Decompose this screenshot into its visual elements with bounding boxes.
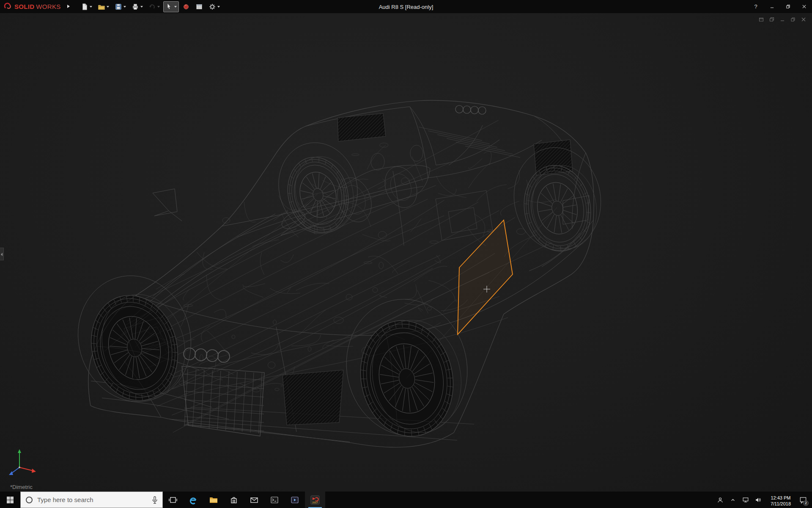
appearances-icon bbox=[182, 3, 190, 11]
doc-new-window-button[interactable] bbox=[758, 16, 765, 24]
select-icon bbox=[165, 3, 173, 11]
open-icon bbox=[98, 3, 105, 11]
3d-scene-canvas[interactable] bbox=[0, 14, 812, 491]
view-orientation-label: *Dimetric bbox=[10, 484, 33, 490]
media-player-icon bbox=[290, 495, 300, 505]
toolbar-open-button[interactable] bbox=[96, 1, 111, 12]
quick-access-toolbar bbox=[79, 1, 222, 12]
microphone-icon[interactable] bbox=[151, 496, 158, 504]
tray-icons bbox=[714, 491, 765, 508]
title-bar: SOLIDWORKS Audi R8 S [Read-only] ? bbox=[0, 0, 812, 14]
toolbar-appearances-button[interactable] bbox=[180, 1, 192, 12]
task-pane-collapse-tab[interactable] bbox=[0, 248, 4, 260]
maximize-button[interactable] bbox=[780, 0, 796, 14]
close-icon bbox=[802, 4, 807, 9]
toolbar-print-button[interactable] bbox=[129, 1, 145, 12]
clock-date: 7/11/2018 bbox=[765, 501, 797, 507]
document-title: Audi R8 S [Read-only] bbox=[379, 0, 433, 14]
task-view-icon bbox=[168, 495, 178, 505]
clock-time: 12:43 PM bbox=[765, 495, 797, 501]
doc-cascade-button[interactable] bbox=[768, 16, 775, 24]
new-document-icon bbox=[81, 3, 88, 11]
minimize-icon bbox=[770, 4, 774, 9]
help-button[interactable]: ? bbox=[748, 0, 764, 14]
taskbar-task-view-button[interactable] bbox=[163, 491, 183, 508]
cascade-icon bbox=[769, 17, 774, 22]
new-window-icon bbox=[759, 17, 764, 22]
dropdown-caret-icon[interactable] bbox=[107, 6, 109, 8]
taskbar: Type here to search 2017 12:43 PM 7/11/2… bbox=[0, 491, 812, 508]
taskbar-file-explorer-button[interactable] bbox=[203, 491, 224, 508]
save-icon bbox=[115, 3, 122, 11]
restore-icon bbox=[786, 4, 790, 9]
people-icon bbox=[716, 496, 724, 504]
console-icon bbox=[269, 495, 280, 505]
dropdown-caret-icon[interactable] bbox=[90, 6, 92, 8]
document-window-controls bbox=[758, 16, 807, 24]
restore-icon bbox=[790, 17, 796, 22]
screen: SOLIDWORKS Audi R8 S [Read-only] ? *Dime… bbox=[0, 0, 812, 508]
toolbar-save-button[interactable] bbox=[112, 1, 128, 12]
network-icon bbox=[741, 496, 750, 504]
toolbar-options-button[interactable] bbox=[206, 1, 222, 12]
doc-minimize-button[interactable] bbox=[779, 16, 786, 24]
close-icon bbox=[801, 17, 806, 22]
selected-face[interactable] bbox=[458, 220, 513, 334]
hidden-icons-icon bbox=[729, 496, 737, 504]
minimize-button[interactable] bbox=[764, 0, 780, 14]
taskbar-media-player-button[interactable] bbox=[285, 491, 305, 508]
store-icon bbox=[229, 495, 239, 505]
taskbar-console-button[interactable] bbox=[264, 491, 285, 508]
tray-hidden-icons-button[interactable] bbox=[727, 491, 739, 508]
graphics-area[interactable]: *Dimetric bbox=[0, 14, 812, 491]
menu-flyout-button[interactable] bbox=[65, 2, 72, 11]
dropdown-caret-icon[interactable] bbox=[123, 6, 126, 8]
notification-badge: 2 bbox=[803, 500, 809, 506]
brand-solid-text: SOLID bbox=[14, 3, 34, 10]
cortana-icon bbox=[25, 496, 33, 504]
dropdown-caret-icon[interactable] bbox=[157, 6, 160, 8]
search-placeholder: Type here to search bbox=[37, 496, 148, 503]
dropdown-caret-icon[interactable] bbox=[217, 6, 220, 8]
windows-logo-icon bbox=[6, 496, 14, 504]
system-tray: 12:43 PM 7/11/2018 2 bbox=[714, 491, 812, 508]
tray-volume-button[interactable] bbox=[752, 491, 765, 508]
file-explorer-icon bbox=[208, 495, 219, 505]
solidworks-2017-icon: 2017 bbox=[310, 495, 320, 505]
toolbar-undo-button[interactable] bbox=[146, 1, 162, 12]
tray-people-button[interactable] bbox=[714, 491, 727, 508]
toolbar-new-document-button[interactable] bbox=[79, 1, 94, 12]
toolbar-select-button[interactable] bbox=[163, 1, 179, 12]
doc-restore-button[interactable] bbox=[790, 16, 796, 24]
solidworks-brand: SOLIDWORKS bbox=[0, 2, 61, 11]
doc-close-button[interactable] bbox=[800, 16, 807, 24]
minimize-icon bbox=[780, 17, 785, 22]
orientation-triad bbox=[9, 449, 36, 475]
close-button[interactable] bbox=[796, 0, 812, 14]
taskbar-apps: 2017 bbox=[163, 491, 325, 508]
brand-works-text: WORKS bbox=[36, 3, 60, 10]
svg-text:2017: 2017 bbox=[312, 501, 318, 504]
taskbar-clock[interactable]: 12:43 PM 7/11/2018 bbox=[765, 493, 797, 507]
dropdown-caret-icon[interactable] bbox=[140, 6, 143, 8]
taskbar-edge-button[interactable] bbox=[183, 491, 203, 508]
design-table-icon bbox=[195, 3, 203, 11]
print-icon bbox=[132, 3, 139, 11]
taskbar-search[interactable]: Type here to search bbox=[20, 491, 163, 508]
options-icon bbox=[208, 3, 216, 11]
taskbar-store-button[interactable] bbox=[224, 491, 244, 508]
taskbar-solidworks-2017-button[interactable]: 2017 bbox=[305, 491, 325, 508]
tray-network-button[interactable] bbox=[739, 491, 752, 508]
toolbar-design-table-button[interactable] bbox=[193, 1, 205, 12]
undo-icon bbox=[148, 3, 156, 11]
flyout-arrow-icon bbox=[67, 4, 70, 8]
dropdown-caret-icon[interactable] bbox=[174, 6, 177, 8]
action-center-button[interactable]: 2 bbox=[797, 491, 809, 508]
volume-icon bbox=[754, 496, 763, 504]
edge-icon bbox=[188, 495, 198, 505]
start-button[interactable] bbox=[0, 491, 20, 508]
window-controls: ? bbox=[748, 0, 812, 14]
mail-icon bbox=[249, 495, 259, 505]
dassault-3ds-logo-icon bbox=[3, 2, 13, 11]
taskbar-mail-button[interactable] bbox=[244, 491, 264, 508]
